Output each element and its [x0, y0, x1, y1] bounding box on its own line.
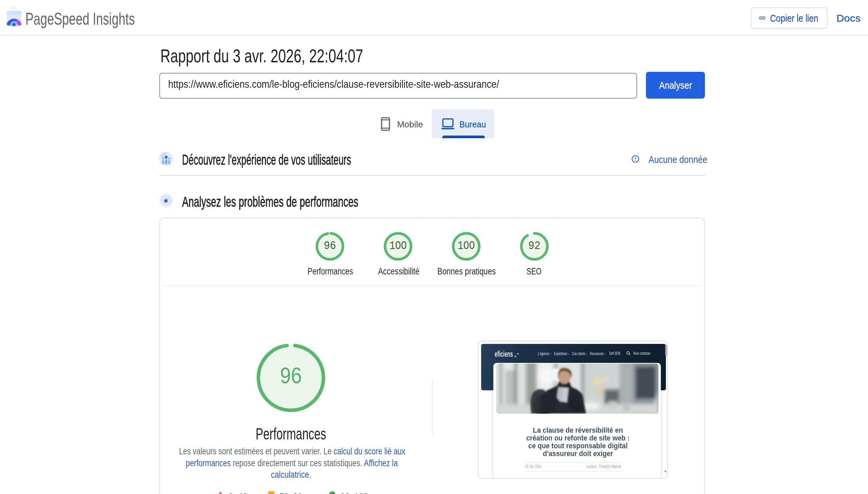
svg-text:92: 92 — [528, 239, 540, 252]
svg-text:1OO: 1OO — [390, 239, 407, 252]
svg-text:96: 96 — [324, 239, 336, 252]
svg-text:96: 96 — [280, 363, 302, 388]
svg-text:1OO: 1OO — [458, 239, 475, 252]
